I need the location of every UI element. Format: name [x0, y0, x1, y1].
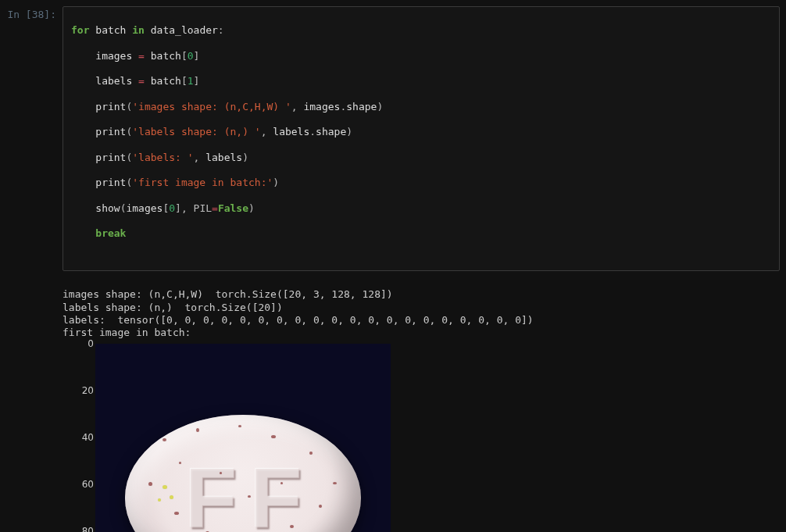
call-print: print	[71, 101, 126, 112]
kw-break: break	[71, 227, 126, 239]
y-tick-label: 20	[69, 385, 94, 397]
bracket-close: ]	[194, 75, 200, 87]
rhs: batch	[145, 75, 181, 87]
bool: False	[218, 202, 248, 214]
output-line: labels shape: (n,) torch.Size([20])	[63, 302, 283, 313]
speck	[290, 525, 294, 528]
colon: :	[218, 24, 224, 36]
var-batch: batch	[89, 24, 132, 36]
comma: ,	[261, 126, 273, 137]
notebook-cell: In [38]: for batch in data_loader: image…	[0, 0, 786, 271]
bracket-open: [	[181, 50, 188, 62]
var-dataloader: data_loader	[145, 24, 218, 36]
speck-yellow	[158, 498, 161, 502]
output-line: images shape: (n,C,H,W) torch.Size([20, …	[63, 288, 393, 300]
speck	[238, 425, 241, 427]
pill-shape: F F	[125, 415, 361, 532]
output-line: first image in batch:	[63, 327, 191, 338]
speck	[309, 452, 313, 455]
y-tick-label: 40	[69, 431, 94, 443]
cell-output: images shape: (n,C,H,W) torch.Size([20, …	[0, 271, 786, 532]
paren-close: )	[346, 126, 352, 137]
bracket-open: [	[181, 75, 188, 87]
arg: images	[303, 101, 340, 112]
str: 'labels shape: (n,) '	[132, 126, 260, 137]
kwarg: PIL	[194, 202, 212, 214]
arg: images	[126, 202, 163, 214]
comma: ,	[194, 152, 206, 163]
idx: 0	[188, 50, 194, 62]
speck	[220, 472, 222, 474]
call-print: print	[71, 152, 126, 163]
imprint-letter: F	[250, 455, 301, 532]
speck	[248, 495, 251, 498]
speck	[148, 482, 152, 486]
kw-in: in	[132, 24, 145, 36]
y-tick-label: 0	[69, 338, 94, 350]
paren-close: )	[242, 152, 248, 163]
attr: shape	[316, 126, 346, 137]
speck	[280, 482, 283, 484]
imprint-letter: F	[185, 455, 236, 532]
call-print: print	[71, 177, 126, 188]
var-labels: labels	[71, 75, 138, 87]
bracket-close: ]	[175, 202, 181, 214]
arg: labels	[205, 152, 242, 163]
comma: ,	[291, 101, 304, 112]
speck-yellow	[170, 495, 173, 499]
eq: =	[138, 50, 145, 62]
y-tick-label: 80	[69, 525, 94, 532]
paren-close: )	[248, 202, 255, 214]
code-input[interactable]: for batch in data_loader: images = batch…	[63, 6, 780, 271]
idx: 0	[169, 202, 175, 214]
y-tick-label: 60	[69, 478, 94, 490]
speck	[163, 438, 166, 441]
rhs: batch	[145, 50, 181, 62]
speck-yellow	[163, 485, 167, 489]
speck	[179, 462, 181, 464]
pill-image: F F	[95, 344, 391, 532]
dot: .	[309, 126, 316, 137]
comma: ,	[181, 202, 194, 214]
str: 'images shape: (n,C,H,W) '	[132, 101, 291, 112]
paren-close: )	[273, 177, 279, 188]
plot-axes: F F	[95, 344, 391, 532]
str: 'first image in batch:'	[132, 177, 273, 188]
kw-for: for	[71, 24, 89, 36]
arg: labels	[273, 126, 309, 137]
speck	[174, 512, 179, 515]
attr: shape	[346, 101, 377, 112]
bracket-close: ]	[194, 50, 200, 62]
var-images: images	[71, 50, 138, 62]
speck	[271, 435, 276, 438]
speck	[319, 505, 322, 508]
speck	[196, 428, 199, 432]
matplotlib-figure: F F	[63, 341, 398, 532]
idx: 1	[188, 75, 194, 87]
output-line: labels: tensor([0, 0, 0, 0, 0, 0, 0, 0, …	[63, 314, 534, 326]
call-print: print	[71, 126, 126, 137]
speck	[333, 482, 337, 484]
paren-close: )	[377, 101, 383, 112]
pill-imprint: F F	[185, 455, 301, 532]
input-prompt: In [38]:	[6, 6, 63, 21]
call-show: show	[71, 202, 120, 214]
str: 'labels: '	[132, 152, 193, 163]
eq: =	[138, 75, 145, 87]
eq: =	[212, 202, 218, 214]
